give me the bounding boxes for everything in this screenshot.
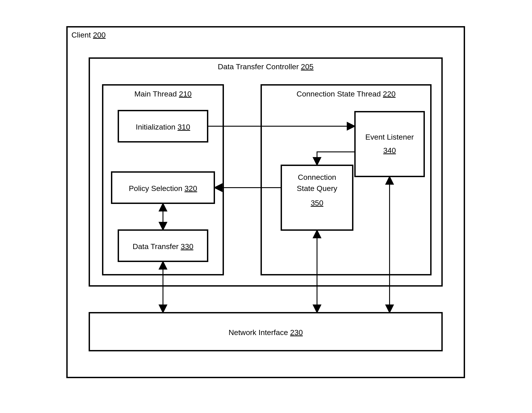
dtc-label: Data Transfer Controller bbox=[218, 62, 299, 71]
client-num: 200 bbox=[93, 31, 106, 39]
event-listener-num: 340 bbox=[383, 146, 396, 154]
svg-text:Connection State Thread
     
: Connection State Thread 220 bbox=[296, 90, 396, 98]
conn-thread-num: 220 bbox=[383, 90, 396, 98]
main-thread-label: Main Thread bbox=[134, 90, 177, 98]
initialization-num: 310 bbox=[178, 123, 190, 131]
svg-text:Main Thread
     
    210: Main Thread 210 bbox=[134, 90, 191, 98]
client-label: Client bbox=[71, 31, 91, 39]
network-interface-num: 230 bbox=[290, 328, 303, 336]
client-box bbox=[67, 27, 464, 377]
svg-text:Event Listener: Event Listener bbox=[365, 133, 414, 141]
policy-selection-label: Policy Selection bbox=[129, 184, 182, 192]
svg-text:Initialization
     
    310: Initialization 310 bbox=[136, 123, 190, 131]
svg-text:Policy Selection
     
    320: Policy Selection 320 bbox=[129, 184, 197, 192]
svg-text:Network Interface
     
    23: Network Interface 230 bbox=[228, 328, 303, 336]
svg-text:Data Transfer Controller
     : Data Transfer Controller 205 bbox=[218, 62, 314, 71]
connection-state-query-num: 350 bbox=[311, 199, 323, 207]
policy-selection-num: 320 bbox=[184, 184, 197, 192]
svg-text:Client
     
    200: Client 200 bbox=[71, 31, 106, 39]
data-transfer-label: Data Transfer bbox=[133, 242, 179, 251]
main-thread-num: 210 bbox=[179, 90, 191, 98]
network-interface-label: Network Interface bbox=[228, 328, 288, 336]
event-listener-box bbox=[355, 112, 424, 176]
data-transfer-num: 330 bbox=[180, 242, 193, 251]
connection-state-query-label1: Connection bbox=[298, 173, 336, 181]
conn-thread-box bbox=[261, 85, 431, 275]
arrow-eventlistener-to-csq bbox=[317, 152, 355, 165]
architecture-diagram: Client 200 Data Transfer Controller 205 … bbox=[0, 0, 532, 413]
dtc-num: 205 bbox=[301, 62, 314, 71]
event-listener-label: Event Listener bbox=[365, 133, 414, 141]
connection-state-query-label2: State Query bbox=[297, 184, 337, 192]
svg-text:Data Transfer
     
    330: Data Transfer 330 bbox=[133, 242, 193, 251]
conn-thread-label: Connection State Thread bbox=[296, 90, 381, 98]
initialization-label: Initialization bbox=[136, 123, 175, 131]
